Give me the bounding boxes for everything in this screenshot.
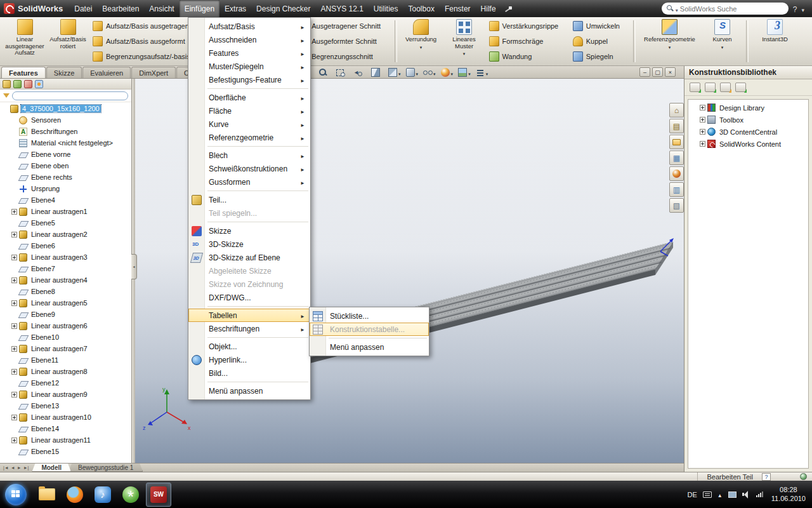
command-tab[interactable]: DimXpert — [131, 67, 176, 78]
expand-icon[interactable] — [700, 105, 705, 110]
ribbon-button[interactable]: Umwickeln — [570, 18, 631, 34]
command-tab[interactable]: Features — [1, 67, 46, 78]
ribbon-button[interactable]: Aufsatz/Basis rotiert — [47, 18, 89, 64]
insert-menu-item[interactable]: Schweißkonstruktionen — [188, 162, 310, 175]
network-icon[interactable] — [756, 491, 763, 497]
expand-icon[interactable] — [11, 232, 17, 237]
menubar-item[interactable]: Ansicht — [144, 0, 179, 17]
status-sphere-icon[interactable] — [800, 473, 807, 480]
ribbon-button[interactable]: Formschräge — [487, 34, 569, 49]
search-input[interactable] — [680, 5, 783, 13]
clock[interactable]: 08:28 11.06.2010 — [769, 486, 806, 504]
first-tab-icon[interactable] — [3, 465, 9, 470]
feature-tree-item[interactable]: Ebene8 — [0, 286, 131, 297]
last-tab-icon[interactable] — [23, 465, 29, 470]
expand-icon[interactable] — [11, 346, 17, 352]
task-pane-tab-icon[interactable] — [669, 135, 684, 149]
feature-tree-item[interactable]: Sensoren — [0, 114, 131, 126]
task-pane-tab-icon[interactable] — [669, 198, 684, 213]
ribbon-button[interactable] — [395, 20, 397, 62]
task-pane-tab-icon[interactable] — [669, 166, 684, 181]
filter-icon[interactable] — [3, 93, 10, 98]
insert-menu-item[interactable]: Fläche — [188, 104, 310, 117]
feature-tree-item[interactable]: Linear austragen2 — [0, 229, 131, 240]
ribbon-button[interactable]: Wandung — [487, 49, 569, 64]
feature-tree-item[interactable]: Linear austragen11 — [0, 434, 131, 446]
insert-menu-item[interactable]: Menü anpassen — [188, 384, 310, 398]
insert-menu-item[interactable] — [188, 220, 310, 224]
insert-menu-item[interactable]: Ausschneiden — [188, 33, 310, 46]
feature-tree-item[interactable]: Beschriftungen — [0, 126, 131, 137]
task-pane-tab-icon[interactable] — [669, 150, 684, 165]
ribbon-button[interactable]: Aufsatz/Basis ausgeformt — [90, 34, 200, 49]
model-tab[interactable]: Bewegungsstudie 1 — [69, 464, 143, 472]
feature-tree-item[interactable]: Ebene10 — [0, 331, 131, 343]
dropdown-arrow-icon[interactable] — [416, 67, 419, 78]
dropdown-arrow-icon[interactable] — [398, 67, 401, 78]
feature-tree-item[interactable]: Ebene4 — [0, 194, 131, 206]
hud-icon[interactable] — [388, 67, 401, 78]
search-box[interactable] — [662, 3, 789, 15]
feature-tree-item[interactable]: Ebene11 — [0, 354, 131, 366]
ribbon-button[interactable]: Verrundung — [400, 18, 442, 64]
insert-menu-item[interactable]: Kurve — [188, 117, 310, 131]
insert-menu-item[interactable]: Beschriftungen — [188, 322, 310, 335]
insert-menu-item[interactable]: Blech — [188, 149, 310, 162]
task-pane-tab-icon[interactable] — [669, 119, 684, 133]
taskbar-app-icon[interactable] — [146, 483, 171, 507]
library-tree-item[interactable]: Toolbox — [688, 114, 808, 126]
hud-icon[interactable] — [353, 67, 366, 78]
hud-icon[interactable] — [336, 67, 349, 78]
tray-expand-icon[interactable] — [717, 491, 723, 498]
panel-tab-icon[interactable] — [24, 80, 32, 88]
ribbon-button[interactable]: Kuppel — [570, 34, 631, 49]
library-tree-item[interactable]: Design Library — [688, 102, 808, 114]
menubar-item[interactable]: Hilfe — [476, 0, 501, 17]
feature-tree-item[interactable]: Ebene rechts — [0, 171, 131, 183]
help-icon[interactable] — [793, 3, 797, 15]
insert-menu-item[interactable]: Teil... — [188, 193, 310, 206]
expand-icon[interactable] — [700, 141, 705, 147]
add-file-location-icon[interactable] — [705, 83, 716, 92]
display-tray-icon[interactable] — [728, 491, 737, 498]
expand-icon[interactable] — [700, 129, 705, 135]
language-indicator[interactable]: DE — [688, 491, 697, 498]
collapse-panel-arrow[interactable] — [131, 254, 137, 279]
tables-submenu-item[interactable]: Konstruktionstabelle... — [310, 323, 429, 336]
start-button[interactable] — [5, 484, 27, 505]
next-tab-icon[interactable] — [17, 465, 22, 470]
hud-icon[interactable] — [458, 67, 471, 78]
insert-menu-item[interactable]: Oberfläche — [188, 91, 310, 104]
model-tab[interactable]: Modell — [32, 464, 71, 472]
pin-menubar-icon[interactable] — [504, 4, 513, 13]
insert-menu-item[interactable]: Bild... — [188, 366, 310, 380]
expand-icon[interactable] — [11, 438, 17, 443]
dropdown-arrow-icon[interactable] — [468, 67, 471, 78]
insert-menu-item[interactable]: Gussformen — [188, 175, 310, 189]
feature-tree-item[interactable]: Linear austragen3 — [0, 251, 131, 263]
tables-submenu-item[interactable] — [310, 336, 429, 340]
insert-menu-item[interactable]: Hyperlink... — [188, 353, 310, 366]
ribbon-button[interactable] — [633, 20, 636, 62]
feature-tree-item[interactable]: Linear austragen8 — [0, 366, 131, 377]
ribbon-button[interactable]: Linear ausgetragener Aufsatz — [4, 18, 46, 64]
insert-menu-item[interactable]: Befestigungs-Feature — [188, 73, 310, 86]
feature-tree-item[interactable]: 4_375000_15x160_1200 — [0, 103, 131, 114]
library-tree-item[interactable]: SolidWorks Content — [688, 138, 808, 150]
library-tree-item[interactable]: 3D ContentCentral — [688, 126, 808, 138]
expand-icon[interactable] — [11, 277, 17, 283]
feature-tree-item[interactable]: Ebene15 — [0, 446, 131, 457]
command-tab[interactable]: Skizze — [46, 67, 82, 78]
panel-tab-icon[interactable] — [35, 80, 43, 88]
menubar-item[interactable]: Datei — [69, 0, 97, 17]
insert-menu-item[interactable]: Skizze — [188, 224, 310, 237]
dropdown-arrow-icon[interactable] — [433, 67, 436, 78]
ribbon-button[interactable]: Instant3D — [752, 18, 797, 64]
insert-menu-item[interactable] — [188, 189, 310, 193]
expand-icon[interactable] — [11, 415, 17, 420]
insert-menu-item[interactable] — [188, 335, 310, 340]
hud-icon[interactable] — [476, 67, 488, 78]
insert-menu-item[interactable]: Features — [188, 46, 310, 60]
feature-tree-item[interactable]: Linear austragen1 — [0, 206, 131, 217]
titlebar-chevron-icon[interactable] — [801, 3, 804, 15]
